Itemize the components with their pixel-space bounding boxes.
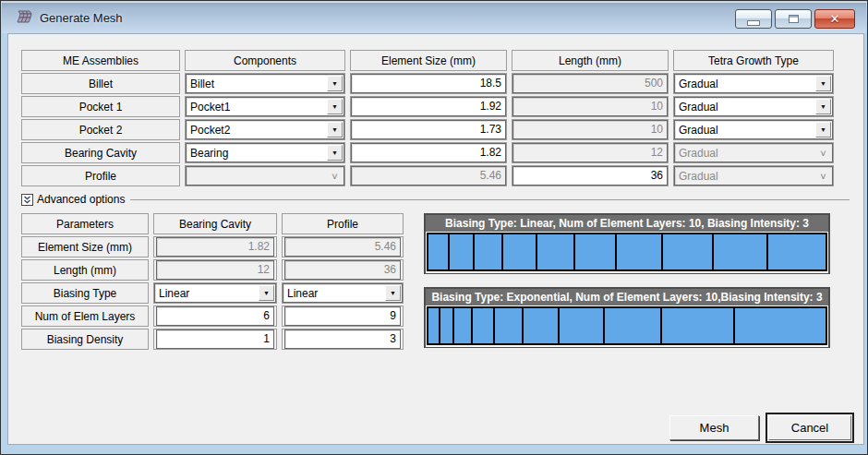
bearing-biasing-density-input[interactable]: 1 [156,329,274,349]
mesh-layer-segment [452,306,473,345]
chevron-down-icon[interactable]: ▼ [385,285,401,301]
column-header: Bearing Cavity [153,213,277,234]
mesh-grid-icon [15,9,33,26]
mesh-layer-segment [615,233,663,271]
table-row: Biasing Type Linear▼ Linear▼ [21,282,404,304]
combo-value: Linear [283,287,385,300]
linear-biasing-bar [426,232,828,273]
panel-title: Biasing Type: Exponential, Num of Elemen… [426,289,828,305]
component-select: ˅ [186,166,344,186]
parameter-label: Element Size (mm) [21,236,149,257]
column-header: ME Assemblies [21,50,180,71]
component-select[interactable]: Pocket1▼ [186,97,344,116]
table-row: Bearing Cavity Bearing▼ 1.82 12 Gradual˅ [21,142,834,163]
chevron-down-icon[interactable]: ▼ [327,145,343,161]
column-header: Element Size (mm) [350,50,507,71]
growth-type-select[interactable]: Gradual▼ [674,74,833,93]
mesh-layer-segment [558,306,605,345]
minimize-button[interactable] [735,9,772,29]
component-select[interactable]: Billet▼ [186,74,344,93]
close-icon: ✕ [830,13,840,25]
chevron-down-icon[interactable]: ▼ [815,122,831,138]
assembly-label: Billet [21,73,180,94]
profile-biasing-type-select[interactable]: Linear▼ [283,283,403,303]
exponential-biasing-preview-panel: Biasing Type: Exponential, Num of Elemen… [424,287,830,348]
double-chevron-down-icon [22,195,32,205]
profile-biasing-density-input[interactable]: 3 [284,329,401,349]
maximize-icon [789,15,799,23]
chevron-down-icon[interactable]: ▼ [327,76,343,91]
chevron-down-icon[interactable]: ▼ [815,76,831,91]
title-bar[interactable]: Generate Mesh ✕ [2,2,866,33]
assembly-label: Pocket 1 [21,96,180,117]
advanced-params-table: Parameters Bearing Cavity Profile Elemen… [17,211,408,352]
combo-value: Gradual [675,124,815,137]
growth-type-select[interactable]: Gradual▼ [674,97,833,116]
assembly-label: Profile [21,165,180,186]
growth-type-select: Gradual˅ [674,143,833,162]
component-select[interactable]: Bearing▼ [186,143,344,162]
mesh-layer-segment [448,233,475,271]
bearing-biasing-type-select[interactable]: Linear▼ [154,283,276,303]
combo-value: Billet [187,78,327,90]
table-row: Num of Elem Layers 6 9 [21,305,404,327]
table-row: Pocket 2 Pocket2▼ 1.73 10 Gradual▼ [21,119,834,140]
element-size-input[interactable]: 18.5 [351,74,506,93]
bearing-num-layers-input[interactable]: 6 [156,306,274,326]
advanced-options-row: Advanced options [21,192,850,207]
column-header: Profile [282,213,404,234]
element-size-input[interactable]: 1.92 [351,97,506,116]
divider [130,199,850,200]
mesh-layer-segment [733,306,827,345]
combo-value: Gradual [675,147,815,160]
mesh-layer-segment [712,233,768,271]
cancel-button[interactable]: Cancel [768,415,851,440]
chevron-down-icon: ˅ [815,168,831,184]
chevron-down-icon[interactable]: ▼ [815,99,831,114]
mesh-layer-segment [573,233,617,271]
chevron-down-icon[interactable]: ▼ [327,99,343,114]
combo-value: Gradual [675,78,815,90]
close-button[interactable]: ✕ [814,9,855,29]
profile-element-size-field: 5.46 [284,237,401,257]
growth-type-select: Gradual˅ [674,166,833,186]
parameter-label: Biasing Density [21,329,149,350]
mesh-layer-segment [536,233,575,271]
mesh-assemblies-table: ME Assemblies Components Element Size (m… [17,48,838,188]
assembly-label: Pocket 2 [21,119,180,140]
maximize-button[interactable] [775,9,812,29]
element-size-input[interactable]: 1.82 [351,143,506,162]
mesh-layer-segment [427,233,450,271]
cancel-button-frame: Cancel [766,413,854,443]
length-input: 10 [512,120,668,139]
mesh-layer-segment [522,306,560,345]
mesh-layer-segment [501,233,536,271]
component-select[interactable]: Pocket2▼ [186,120,344,139]
profile-num-layers-input[interactable]: 9 [284,306,401,326]
advanced-options-toggle[interactable] [21,194,33,206]
element-size-input[interactable]: 1.73 [351,120,506,139]
parameter-label: Biasing Type [21,282,149,304]
bearing-length-field: 12 [156,260,274,280]
length-input[interactable]: 36 [512,166,668,186]
table-row: Length (mm) 12 36 [21,259,404,281]
chevron-down-icon: ˅ [327,168,343,184]
linear-biasing-preview-panel: Biasing Type: Linear, Num of Element Lay… [424,213,830,274]
mesh-button[interactable]: Mesh [669,415,759,440]
minimize-icon [747,20,760,26]
mesh-layer-segment [493,306,524,345]
combo-value: Gradual [675,101,815,114]
mesh-layer-segment [603,306,662,345]
parameter-label: Num of Elem Layers [21,305,149,327]
element-size-input: 5.46 [351,166,506,186]
mesh-layer-segment [473,233,504,271]
panel-title: Biasing Type: Linear, Num of Element Lay… [426,215,828,232]
combo-value: Gradual [675,170,815,183]
growth-type-select[interactable]: Gradual▼ [674,120,833,139]
length-input: 12 [512,143,668,162]
chevron-down-icon[interactable]: ▼ [259,285,274,301]
assembly-label: Bearing Cavity [21,142,180,163]
chevron-down-icon[interactable]: ▼ [327,122,343,138]
table-row: Profile ˅ 5.46 36 Gradual˅ [21,165,834,186]
combo-value: Linear [155,287,259,300]
